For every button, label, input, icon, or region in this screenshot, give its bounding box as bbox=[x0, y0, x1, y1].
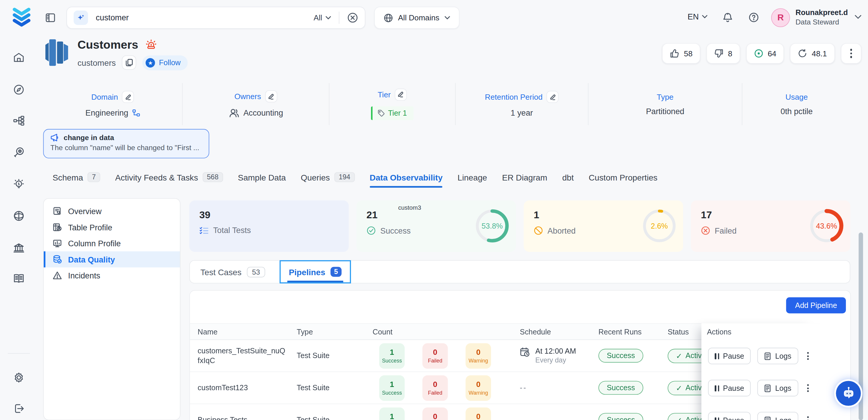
edit-retention-icon[interactable] bbox=[547, 91, 559, 103]
col-header-name[interactable]: Name bbox=[190, 327, 289, 336]
row-actions: Pause Logs bbox=[701, 340, 820, 372]
logs-button[interactable]: Logs bbox=[757, 412, 798, 420]
pipeline-name[interactable]: customTest123 bbox=[190, 383, 289, 393]
quality-score-button[interactable]: 64 bbox=[746, 43, 784, 63]
nav-discovery-icon[interactable] bbox=[13, 146, 25, 158]
pipeline-name[interactable]: Business Tests bbox=[190, 415, 289, 420]
avatar[interactable]: R bbox=[771, 8, 790, 27]
help-icon[interactable] bbox=[749, 12, 759, 23]
globe-icon bbox=[384, 13, 393, 22]
col-header-recent-runs[interactable]: Recent Runs bbox=[591, 327, 660, 336]
failed-count-badge: 0Failed bbox=[422, 407, 448, 420]
language-dropdown[interactable]: EN bbox=[687, 12, 708, 21]
search-scope-dropdown[interactable]: All bbox=[313, 13, 331, 22]
tab-queries[interactable]: Queries194 bbox=[301, 166, 355, 188]
tab-activity-feeds[interactable]: Activity Feeds & Tasks568 bbox=[115, 166, 223, 188]
menu-incidents[interactable]: Incidents bbox=[44, 268, 180, 283]
nav-data-assets-icon[interactable] bbox=[13, 115, 25, 127]
aborted-donut: 2.6% bbox=[641, 208, 678, 244]
col-header-count[interactable]: Count bbox=[365, 327, 512, 336]
tab-schema[interactable]: Schema7 bbox=[53, 166, 100, 188]
menu-table-profile[interactable]: Table Profile bbox=[44, 219, 180, 235]
tab-sample-data[interactable]: Sample Data bbox=[238, 166, 286, 188]
check-circle-icon bbox=[367, 226, 376, 235]
copy-icon[interactable] bbox=[122, 55, 136, 70]
nav-governance-icon[interactable] bbox=[13, 242, 25, 254]
logs-button[interactable]: Logs bbox=[757, 380, 798, 396]
nav-logout-icon[interactable] bbox=[13, 402, 25, 415]
search-input[interactable]: customer bbox=[96, 13, 313, 22]
table-entity-icon bbox=[43, 37, 71, 68]
downvote-button[interactable]: 8 bbox=[706, 43, 740, 63]
success-annotation: custom3 bbox=[356, 204, 463, 211]
upvote-button[interactable]: 58 bbox=[662, 43, 701, 63]
freshness-button[interactable]: 48.1 bbox=[790, 43, 835, 63]
nav-settings-gear-icon[interactable] bbox=[13, 371, 25, 384]
failed-label: Failed bbox=[715, 226, 737, 235]
more-actions-kebab-icon[interactable] bbox=[841, 43, 861, 63]
tab-dbt[interactable]: dbt bbox=[562, 166, 574, 188]
nav-explore-icon[interactable] bbox=[13, 84, 25, 96]
user-menu[interactable]: Rounakpreet.d Data Steward bbox=[796, 8, 848, 27]
row-kebab-icon[interactable] bbox=[805, 350, 811, 362]
pause-button[interactable]: Pause bbox=[708, 412, 751, 420]
row-kebab-icon[interactable] bbox=[805, 382, 811, 394]
global-search[interactable]: customer All bbox=[66, 7, 365, 29]
divider bbox=[339, 11, 339, 24]
tier-badge[interactable]: Tier 1 bbox=[371, 106, 414, 120]
entity-name: customers bbox=[78, 58, 116, 67]
col-header-schedule[interactable]: Schedule bbox=[512, 327, 591, 336]
clear-search-icon[interactable] bbox=[347, 12, 358, 23]
edit-domain-icon[interactable] bbox=[122, 91, 134, 103]
menu-data-quality[interactable]: Data Quality bbox=[44, 251, 180, 267]
add-pipeline-button[interactable]: Add Pipeline bbox=[786, 297, 846, 313]
pipelines-panel: Add Pipeline Name Type Count Schedule Re… bbox=[189, 290, 851, 420]
owners-value[interactable]: Accounting bbox=[228, 108, 283, 118]
sidebar-toggle-icon[interactable] bbox=[45, 13, 56, 23]
meta-retention: Retention Period 1 year bbox=[456, 83, 588, 125]
pause-button[interactable]: Pause bbox=[708, 348, 751, 364]
recent-run-badge[interactable]: Success bbox=[598, 349, 643, 363]
warning-triangle-icon bbox=[53, 271, 62, 280]
edit-tier-icon[interactable] bbox=[395, 88, 407, 100]
page-title: Customers bbox=[78, 38, 138, 52]
type-value: Partitioned bbox=[646, 107, 684, 116]
domains-dropdown[interactable]: All Domains bbox=[374, 7, 460, 29]
failed-donut: 43.6% bbox=[808, 208, 845, 244]
announcement-banner[interactable]: change in data The column "name" will be… bbox=[43, 129, 209, 158]
ai-sparkle-icon[interactable] bbox=[74, 11, 88, 25]
tab-er-diagram[interactable]: ER Diagram bbox=[502, 166, 547, 188]
recent-run-badge[interactable]: Success bbox=[598, 413, 643, 420]
pause-button[interactable]: Pause bbox=[708, 380, 751, 396]
recent-run-badge[interactable]: Success bbox=[598, 381, 643, 395]
calendar-clock-icon bbox=[520, 347, 531, 358]
nav-knowledge-icon[interactable] bbox=[13, 272, 25, 284]
notifications-bell-icon[interactable] bbox=[722, 12, 733, 23]
menu-column-profile[interactable]: Column Profile bbox=[44, 235, 180, 251]
logs-button[interactable]: Logs bbox=[757, 348, 798, 364]
tab-lineage[interactable]: Lineage bbox=[458, 166, 487, 188]
tab-pipelines[interactable]: Pipelines 5 bbox=[279, 260, 351, 283]
user-menu-chevron-icon[interactable] bbox=[855, 15, 862, 19]
nav-insights-icon[interactable] bbox=[13, 178, 25, 190]
col-header-type[interactable]: Type bbox=[289, 327, 365, 336]
domain-value[interactable]: Engineering bbox=[86, 109, 140, 117]
chevron-down-icon bbox=[702, 15, 708, 18]
rail-divider bbox=[8, 353, 30, 354]
pipeline-name[interactable]: customers_TestSuite_nuQfxIqC bbox=[190, 346, 289, 366]
nav-home-icon[interactable] bbox=[13, 52, 25, 64]
follow-button[interactable]: ★ Follow bbox=[143, 55, 188, 70]
chatbot-button[interactable] bbox=[836, 381, 861, 406]
menu-overview[interactable]: Overview bbox=[44, 203, 180, 219]
announcement-siren-icon[interactable] bbox=[145, 39, 157, 51]
domain-label: Domain bbox=[91, 92, 118, 101]
row-kebab-icon[interactable] bbox=[805, 414, 811, 420]
edit-owners-icon[interactable] bbox=[265, 90, 277, 102]
nav-domains-icon[interactable] bbox=[13, 210, 25, 222]
failed-card: 17 Failed 43.6% bbox=[691, 200, 850, 252]
tab-test-cases[interactable]: Test Cases 53 bbox=[200, 267, 265, 277]
app-logo-icon[interactable] bbox=[11, 7, 32, 28]
entity-meta-strip: Domain Engineering Owners Accounting Tie… bbox=[43, 83, 851, 125]
tab-data-observability[interactable]: Data Observability bbox=[370, 166, 442, 188]
tab-custom-properties[interactable]: Custom Properties bbox=[589, 166, 657, 188]
